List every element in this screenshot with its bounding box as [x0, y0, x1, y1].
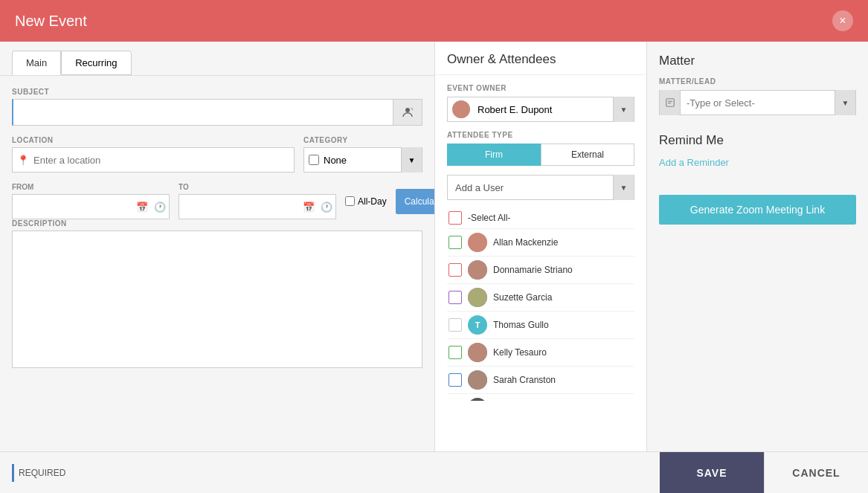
calculate-button[interactable]: Calculate... — [396, 189, 434, 214]
svg-line-1 — [411, 108, 414, 110]
attendee-name: Thomas Gullo — [493, 320, 549, 330]
subject-input[interactable] — [12, 99, 393, 126]
tab-recurring[interactable]: Recurring — [61, 51, 131, 75]
avatar — [468, 343, 487, 362]
close-button[interactable]: × — [832, 10, 853, 31]
list-item: I Israel Trulin — [447, 394, 634, 401]
matter-select-wrap: ▼ — [659, 90, 856, 115]
attendee-checkbox[interactable] — [449, 263, 462, 277]
matter-input[interactable] — [681, 97, 835, 109]
svg-point-0 — [405, 108, 410, 112]
list-item: Allan Mackenzie — [447, 229, 634, 257]
location-input[interactable] — [33, 155, 294, 166]
attendee-checkbox[interactable] — [449, 236, 462, 249]
matter-title: Matter — [659, 54, 856, 68]
save-button[interactable]: SAVE — [660, 452, 764, 494]
matter-dropdown-arrow[interactable]: ▼ — [835, 90, 855, 115]
attendees-title: Owner & Attendees — [447, 52, 634, 67]
zoom-section: Generate Zoom Meeting Link — [659, 186, 856, 225]
btn-firm[interactable]: Firm — [447, 144, 541, 166]
avatar: I — [468, 398, 487, 401]
required-bar — [12, 464, 14, 482]
btn-external[interactable]: External — [541, 144, 634, 166]
remind-me-title: Remind Me — [659, 133, 856, 148]
to-input[interactable]: 08/31/2021 1:00 PM — [179, 202, 300, 212]
category-value: None — [324, 155, 401, 166]
subject-icon-button[interactable] — [393, 99, 422, 126]
category-checkbox[interactable] — [309, 155, 319, 165]
attendee-checkbox[interactable] — [449, 373, 462, 387]
modal-footer: REQUIRED SAVE CANCEL — [0, 451, 868, 493]
location-category-row: LOCATION 📍 CATEGORY None ▼ — [12, 136, 422, 183]
add-user-dropdown-arrow[interactable]: ▼ — [613, 175, 634, 200]
attendee-name: Donnamarie Striano — [493, 265, 573, 275]
category-field-group: CATEGORY None ▼ — [303, 136, 422, 173]
zoom-button[interactable]: Generate Zoom Meeting Link — [659, 195, 856, 225]
to-input-wrap: 08/31/2021 1:00 PM 📅 🕐 — [179, 194, 336, 219]
location-field-group: LOCATION 📍 — [12, 136, 295, 173]
from-calendar-icon[interactable]: 📅 — [133, 202, 151, 213]
attendee-type-buttons: Firm External — [447, 144, 634, 166]
allday-wrap: All-Day — [345, 196, 387, 207]
attendees-panel-header: Owner & Attendees — [435, 42, 646, 75]
from-clock-icon[interactable]: 🕐 — [151, 202, 169, 213]
event-owner-label: EVENT OWNER — [447, 84, 634, 92]
owner-select-wrap: Robert E. Dupont ▼ — [447, 97, 634, 122]
tab-bar: Main Recurring — [0, 42, 434, 76]
from-input-wrap: 08/31/2021 12:30 PM 📅 🕐 — [12, 194, 170, 219]
datetime-row: FROM 08/31/2021 12:30 PM 📅 🕐 TO 08/31/20… — [12, 183, 422, 219]
right-panel: Matter MATTER/LEAD ▼ Remind Me — [647, 42, 868, 451]
owner-dropdown-arrow[interactable]: ▼ — [613, 97, 634, 122]
attendee-checkbox-select-all[interactable] — [449, 211, 462, 225]
tab-main[interactable]: Main — [12, 51, 61, 75]
modal-header: New Event × — [0, 0, 868, 42]
category-dropdown-arrow[interactable]: ▼ — [401, 147, 422, 173]
allday-label: All-Day — [358, 196, 387, 207]
attendee-name: Allan Mackenzie — [493, 237, 558, 248]
to-clock-icon[interactable]: 🕐 — [318, 202, 335, 213]
location-label: LOCATION — [12, 136, 295, 144]
avatar: T — [468, 315, 487, 335]
required-text: REQUIRED — [19, 468, 65, 478]
attendee-checkbox[interactable] — [449, 346, 462, 359]
add-reminder-link[interactable]: Add a Reminder — [659, 157, 729, 168]
left-panel: Main Recurring SUBJECT — [0, 42, 435, 451]
subject-row — [12, 99, 422, 126]
from-input[interactable]: 08/31/2021 12:30 PM — [13, 202, 133, 212]
add-user-label: Add a User — [448, 182, 613, 193]
subject-label: SUBJECT — [12, 88, 422, 96]
attendee-type-label: ATTENDEE TYPE — [447, 131, 634, 139]
attendee-name-select-all: -Select All- — [468, 213, 510, 223]
list-item: T Thomas Gullo — [447, 312, 634, 339]
modal-title: New Event — [15, 13, 87, 30]
cancel-button[interactable]: CANCEL — [764, 452, 868, 494]
category-select-wrap: None ▼ — [303, 147, 422, 173]
attendees-content: EVENT OWNER Robert E. Dupont ▼ ATTENDEE … — [435, 75, 646, 451]
allday-checkbox[interactable] — [345, 196, 355, 206]
avatar — [468, 233, 487, 252]
attendee-name: Kelly Tesauro — [493, 347, 547, 358]
attendee-checkbox[interactable] — [449, 291, 462, 304]
add-user-wrap: Add a User ▼ — [447, 175, 634, 200]
from-field: FROM 08/31/2021 12:30 PM 📅 🕐 — [12, 183, 170, 219]
location-input-wrap: 📍 — [12, 147, 295, 173]
owner-avatar — [452, 100, 470, 118]
description-field-group: DESCRIPTION — [12, 219, 422, 370]
attendee-item-select-all: -Select All- — [447, 207, 634, 229]
description-label: DESCRIPTION — [12, 219, 422, 228]
to-calendar-icon[interactable]: 📅 — [300, 202, 318, 213]
list-item: Sarah Cranston — [447, 367, 634, 394]
attendee-list: -Select All- Allan Mackenzie — [447, 207, 634, 401]
avatar — [468, 260, 487, 280]
description-textarea[interactable] — [12, 231, 422, 368]
subject-field-group: SUBJECT — [12, 88, 422, 126]
attendees-panel: Owner & Attendees EVENT OWNER Robert E. … — [435, 42, 647, 451]
to-field: TO 08/31/2021 1:00 PM 📅 🕐 — [179, 183, 336, 219]
to-label: TO — [179, 183, 336, 191]
attendee-checkbox[interactable] — [449, 318, 462, 332]
left-form: SUBJECT — [0, 76, 434, 451]
location-pin-icon: 📍 — [13, 155, 33, 166]
avatar — [468, 370, 487, 390]
new-event-modal: New Event × Main Recurring SUBJECT — [0, 0, 868, 493]
avatar — [468, 288, 487, 307]
